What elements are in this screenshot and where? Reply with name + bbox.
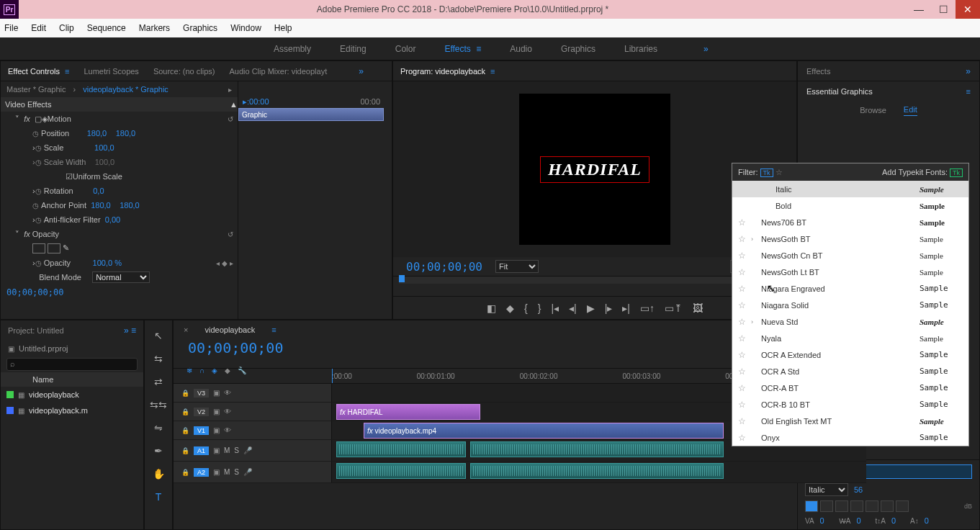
font-option[interactable]: ☆OCR-B 10 BTSample — [732, 396, 968, 413]
font-option[interactable]: ☆Niagara SolidSample — [732, 297, 968, 313]
track-v3[interactable]: V3 — [194, 389, 209, 398]
clip-audio-1b[interactable] — [470, 441, 724, 457]
workspace-effects[interactable]: Effects ≡ — [444, 44, 481, 54]
ec-clip-bar[interactable]: Graphic — [238, 108, 384, 121]
align-justify-last-right-button[interactable] — [896, 500, 909, 512]
font-option[interactable]: ☆News706 BTSample — [732, 214, 968, 230]
project-item[interactable]: ▦videoplayback.m — [1, 403, 143, 418]
tool-track-select[interactable]: ⇆ — [150, 351, 166, 367]
lock-icon[interactable] — [181, 389, 189, 397]
menu-markers[interactable]: Markers — [139, 23, 170, 33]
font-option[interactable]: ☆NewsGoth Cn BTSample — [732, 247, 968, 264]
extract-icon[interactable]: ▭⤒ — [665, 302, 683, 314]
go-in-icon[interactable]: |◂ — [551, 302, 559, 314]
track-a2[interactable]: A2 — [194, 468, 209, 477]
uniform-scale-check[interactable]: ☑ Uniform Scale — [1, 169, 238, 184]
prop-anchor[interactable]: ◷ Anchor Point 180,0 180,0 — [1, 198, 238, 212]
typekit-filter-icon[interactable]: Tk — [760, 169, 773, 177]
menu-file[interactable]: File — [4, 23, 18, 33]
clip-audio-2b[interactable] — [470, 463, 724, 479]
zoom-select[interactable]: Fit — [495, 260, 539, 273]
align-justify-last-center-button[interactable] — [881, 500, 894, 512]
menu-graphics[interactable]: Graphics — [183, 23, 217, 33]
tab-source[interactable]: Source: (no clips) — [153, 67, 215, 76]
workspace-assembly[interactable]: Assembly — [274, 44, 311, 54]
font-option[interactable]: ☆NyalaSample — [732, 330, 968, 346]
lock-icon[interactable] — [181, 446, 189, 454]
tool-ripple[interactable]: ⇄ — [150, 374, 166, 390]
project-item[interactable]: ▦videoplayback — [1, 387, 143, 403]
tab-effect-controls[interactable]: Effect Controls ≡ — [8, 67, 69, 76]
menu-help[interactable]: Help — [274, 23, 292, 33]
menu-edit[interactable]: Edit — [31, 23, 46, 33]
add-marker-icon[interactable]: ◆ — [506, 302, 514, 314]
font-option[interactable]: ☆OCR-A BTSample — [732, 379, 968, 396]
program-timecode[interactable]: 00;00;00;00 — [400, 257, 488, 277]
prop-scale[interactable]: › ◷ Scale 100,0 — [1, 140, 238, 155]
project-search-input[interactable] — [6, 358, 138, 371]
font-option[interactable]: ☆OCR A StdSample — [732, 363, 968, 379]
font-option[interactable]: ☆›Nueva StdSample — [732, 313, 968, 330]
step-back-icon[interactable]: ◂| — [569, 302, 577, 314]
clip-audio-1a[interactable] — [336, 441, 466, 457]
font-option[interactable]: ItalicSample — [732, 181, 968, 197]
prop-flicker[interactable]: › ◷ Anti-flicker Filter 0,00 — [1, 212, 238, 227]
prop-blend[interactable]: Blend Mode Normal — [1, 270, 238, 284]
track-v1[interactable]: V1 — [194, 426, 209, 435]
clip-hardifal[interactable]: fx HARDIFAL — [336, 404, 480, 420]
blend-mode-select[interactable]: Normal — [92, 271, 150, 283]
clip-audio-2a[interactable] — [336, 463, 466, 479]
play-icon[interactable]: ▶ — [587, 302, 595, 314]
go-out-icon[interactable]: ▸| — [622, 302, 630, 314]
fx-motion[interactable]: ˅ fx ▢◈ Motion↺ — [1, 112, 238, 126]
font-picker-popup[interactable]: Filter: Tk ☆ Add Typekit Fonts: Tk Itali… — [732, 163, 969, 446]
clip-videoplayback[interactable]: fx videoplayback.mp4 — [364, 423, 724, 439]
font-option[interactable]: ☆›NewsGoth BTSample — [732, 230, 968, 247]
workspace-overflow-icon[interactable]: » — [703, 44, 709, 54]
tool-pen[interactable]: ✒ — [150, 443, 166, 459]
panel-menu-icon[interactable]: ≡ — [966, 87, 971, 96]
tool-select[interactable]: ↖ — [150, 328, 166, 343]
mark-in-button[interactable]: { — [524, 302, 528, 314]
workspace-audio[interactable]: Audio — [510, 44, 532, 54]
tab-effects[interactable]: Effects — [806, 67, 830, 76]
font-option[interactable]: ☆OCR A ExtendedSample — [732, 346, 968, 363]
tab-essential-graphics[interactable]: Essential Graphics — [806, 87, 873, 96]
font-option[interactable]: ☆NewsGoth Lt BTSample — [732, 264, 968, 280]
tab-audio-clip-mixer[interactable]: Audio Clip Mixer: videoplayt — [229, 67, 327, 76]
menu-sequence[interactable]: Sequence — [87, 23, 126, 33]
font-option[interactable]: ☆OnyxSample — [732, 429, 968, 446]
tabs-overflow-icon[interactable]: » — [966, 66, 971, 76]
tab-sequence[interactable]: videoplayback — [205, 325, 256, 334]
lock-icon[interactable] — [181, 408, 189, 416]
workspace-graphics[interactable]: Graphics — [561, 44, 595, 54]
menu-window[interactable]: Window — [230, 23, 261, 33]
menu-clip[interactable]: Clip — [59, 23, 74, 33]
lift-icon[interactable]: ▭↑ — [640, 302, 655, 314]
lock-icon[interactable] — [181, 426, 189, 434]
tabs-overflow-icon[interactable]: » ≡ — [124, 325, 136, 336]
mark-out-button[interactable]: } — [538, 302, 541, 314]
tool-slip[interactable]: ⇋ — [150, 420, 166, 436]
font-option[interactable]: BoldSample — [732, 197, 968, 214]
tab-program[interactable]: Program: videoplayback ≡ — [400, 67, 495, 76]
tabs-overflow-icon[interactable]: » — [359, 66, 364, 76]
prop-opacity-val[interactable]: › ◷ Opacity 100,0 %◂ ◆ ▸ — [1, 256, 238, 270]
ec-timecode[interactable]: 00;00;00;00 — [1, 284, 238, 300]
tool-rolling[interactable]: ⇆⇆ — [150, 397, 166, 413]
track-v2[interactable]: V2 — [194, 408, 209, 416]
clip-selected-label[interactable]: videoplayback * Graphic — [83, 85, 168, 94]
prop-rotation[interactable]: › ◷ Rotation 0,0 — [1, 184, 238, 198]
maximize-button[interactable]: ☐ — [931, 0, 956, 19]
timeline-timecode[interactable]: 00;00;00;00 — [182, 336, 289, 359]
fx-opacity[interactable]: ˅ fx Opacity↺ — [1, 227, 238, 241]
kf-play-icon[interactable]: ▸ — [228, 86, 232, 94]
add-typekit-icon[interactable]: Tk — [950, 169, 963, 177]
tool-type[interactable]: T — [150, 489, 166, 505]
subtab-edit[interactable]: Edit — [904, 105, 917, 116]
opacity-mask-icons[interactable]: ✎ — [1, 241, 238, 256]
lock-icon[interactable] — [181, 468, 189, 476]
export-frame-icon[interactable]: 🖼 — [693, 302, 703, 314]
workspace-libraries[interactable]: Libraries — [624, 44, 657, 54]
mark-in-icon[interactable]: ◧ — [487, 302, 496, 314]
